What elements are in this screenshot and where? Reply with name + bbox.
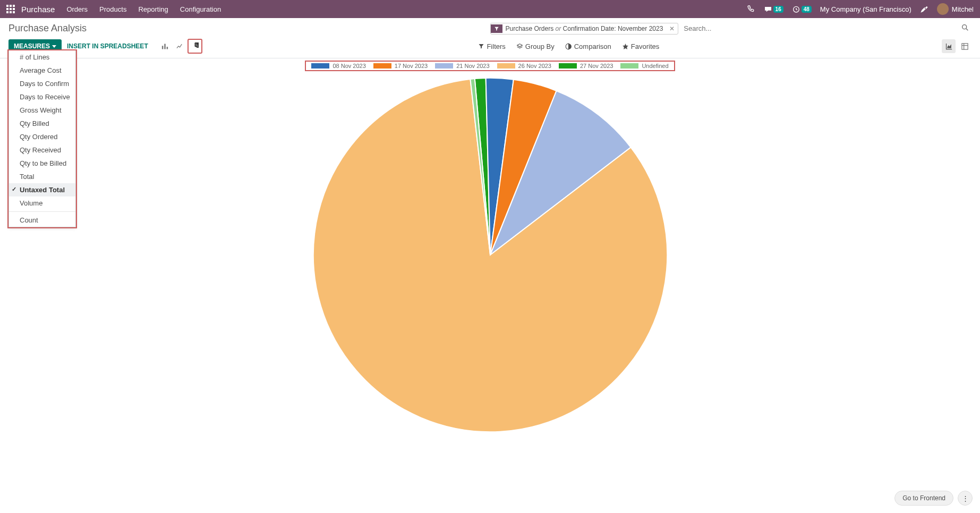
chart-area: 08 Nov 202317 Nov 202321 Nov 202326 Nov … — [0, 58, 980, 441]
legend-item[interactable]: 21 Nov 2023 — [435, 63, 489, 69]
measures-dropdown: # of LinesAverage CostDays to ConfirmDay… — [8, 50, 76, 227]
company-label: My Company (San Francisco) — [820, 5, 911, 13]
legend-label: 26 Nov 2023 — [518, 63, 551, 69]
legend-item[interactable]: 27 Nov 2023 — [559, 63, 613, 69]
measure-option[interactable]: Qty to be Billed — [9, 157, 75, 170]
toolbar: MEASURES INSERT IN SPREADSHEET Filters G… — [0, 37, 980, 58]
legend-item[interactable]: Undefined — [620, 63, 668, 69]
avatar — [937, 3, 949, 15]
filter-chip-text: Purchase Orders or Confirmation Date: No… — [502, 23, 667, 34]
svg-rect-2 — [162, 46, 164, 49]
nav-configuration[interactable]: Configuration — [180, 5, 221, 13]
timer-icon[interactable]: 48 — [792, 5, 812, 13]
active-filter-chip[interactable]: Purchase Orders or Confirmation Date: No… — [490, 23, 679, 35]
measure-option[interactable]: Qty Billed — [9, 117, 75, 130]
legend-label: 08 Nov 2023 — [333, 63, 365, 69]
legend-item[interactable]: 08 Nov 2023 — [311, 63, 365, 69]
line-chart-button[interactable] — [173, 39, 188, 54]
svg-point-1 — [962, 25, 967, 29]
search-icon[interactable] — [959, 23, 972, 33]
filter-chip-close[interactable]: ✕ — [666, 23, 678, 34]
legend-swatch — [311, 63, 329, 69]
nav-products[interactable]: Products — [99, 5, 126, 13]
legend-swatch — [497, 63, 515, 69]
nav-reporting[interactable]: Reporting — [138, 5, 168, 13]
pie-chart-button[interactable] — [188, 39, 202, 54]
tools-icon[interactable] — [920, 5, 928, 13]
measure-option[interactable]: Average Cost — [9, 64, 75, 77]
timer-badge: 48 — [802, 6, 812, 13]
messages-icon[interactable]: 16 — [764, 5, 783, 13]
filter-icon — [491, 24, 502, 33]
legend-swatch — [373, 63, 391, 69]
measure-option[interactable]: Volume — [9, 196, 75, 210]
search-input[interactable] — [681, 22, 959, 35]
measure-option[interactable]: Untaxed Total — [9, 183, 75, 196]
svg-rect-3 — [164, 44, 166, 49]
measure-option[interactable]: # of Lines — [9, 50, 75, 64]
chart-legend: 08 Nov 202317 Nov 202321 Nov 202326 Nov … — [306, 62, 674, 70]
measure-option-count[interactable]: Count — [9, 213, 75, 227]
messages-badge: 16 — [773, 6, 783, 13]
comparison-dropdown[interactable]: Comparison — [565, 42, 611, 50]
pivot-view-button[interactable] — [958, 39, 972, 53]
chevron-down-icon — [52, 45, 56, 48]
nav-orders[interactable]: Orders — [66, 5, 88, 13]
legend-swatch — [559, 63, 577, 69]
top-navbar: Purchase Orders Products Reporting Confi… — [0, 0, 980, 18]
app-brand[interactable]: Purchase — [21, 5, 55, 14]
legend-item[interactable]: 26 Nov 2023 — [497, 63, 551, 69]
measure-option[interactable]: Days to Receive — [9, 90, 75, 104]
control-bar: Purchase Analysis Purchase Orders or Con… — [0, 18, 980, 37]
legend-label: 21 Nov 2023 — [456, 63, 489, 69]
graph-view-button[interactable] — [942, 39, 956, 53]
svg-rect-5 — [961, 43, 967, 49]
measure-option[interactable]: Qty Ordered — [9, 130, 75, 143]
legend-label: 17 Nov 2023 — [395, 63, 428, 69]
company-switcher[interactable]: My Company (San Francisco) — [820, 5, 911, 13]
legend-label: 27 Nov 2023 — [580, 63, 613, 69]
legend-swatch — [620, 63, 638, 69]
measure-option[interactable]: Qty Received — [9, 143, 75, 157]
pie-chart — [310, 74, 671, 435]
legend-label: Undefined — [642, 63, 668, 69]
legend-swatch — [435, 63, 453, 69]
user-menu[interactable]: Mitchel — [937, 3, 974, 15]
measure-option[interactable]: Days to Confirm — [9, 77, 75, 90]
filters-dropdown[interactable]: Filters — [478, 42, 505, 50]
page-title: Purchase Analysis — [8, 23, 87, 34]
measure-option[interactable]: Total — [9, 170, 75, 183]
favorites-dropdown[interactable]: Favorites — [622, 42, 659, 50]
groupby-dropdown[interactable]: Group By — [516, 42, 555, 50]
measure-option[interactable]: Gross Weight — [9, 104, 75, 117]
user-name: Mitchel — [952, 5, 974, 13]
apps-icon[interactable] — [6, 5, 15, 13]
svg-rect-4 — [167, 47, 168, 49]
phone-icon[interactable] — [747, 5, 755, 13]
legend-item[interactable]: 17 Nov 2023 — [373, 63, 428, 69]
bar-chart-button[interactable] — [158, 39, 173, 54]
